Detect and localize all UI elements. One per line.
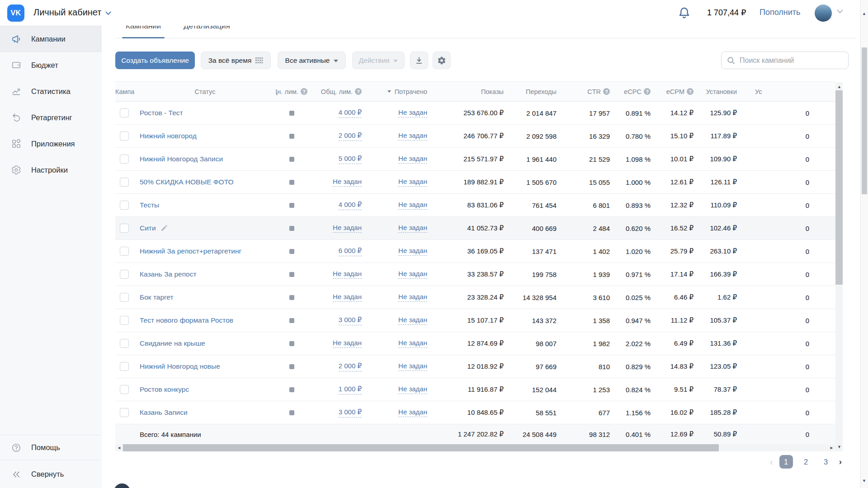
pagination-page-2[interactable]: 2 bbox=[799, 458, 813, 466]
sidebar-item-ретаргетинг[interactable]: Ретаргетинг bbox=[0, 104, 102, 131]
table-row[interactable]: Тесты4 000 ₽Не задан83 831.06 ₽761 4546 … bbox=[115, 194, 835, 217]
row-checkbox[interactable] bbox=[120, 293, 129, 302]
campaign-link[interactable]: Ростов конкурс bbox=[140, 385, 189, 394]
profile-chevron-down-icon[interactable] bbox=[837, 9, 843, 14]
campaign-link[interactable]: Казань Записи bbox=[140, 408, 188, 417]
help-tooltip-icon[interactable]: ? bbox=[687, 88, 693, 95]
total-limit-link[interactable]: Не задан bbox=[398, 362, 427, 371]
total-limit-link[interactable]: Не задан bbox=[398, 201, 427, 210]
vk-logo-icon[interactable]: VK bbox=[7, 5, 24, 22]
table-row[interactable]: Казань Записи3 000 ₽Не задан10 848.65 ₽5… bbox=[115, 401, 835, 424]
row-checkbox[interactable] bbox=[120, 408, 129, 417]
table-row[interactable]: Нижний За репост+ретаргетинг6 000 ₽Не за… bbox=[115, 240, 835, 263]
column-header-installs[interactable]: Установки bbox=[693, 82, 737, 101]
campaign-link[interactable]: Нижний За репост+ретаргетинг bbox=[140, 247, 241, 255]
campaign-link[interactable]: Сити bbox=[140, 224, 156, 232]
day-limit-link[interactable]: 2 000 ₽ bbox=[339, 131, 362, 141]
day-limit-link[interactable]: 4 000 ₽ bbox=[339, 108, 362, 118]
column-header-ecpm[interactable]: eCPM? bbox=[651, 82, 693, 101]
campaign-link[interactable]: Нижний Новгород Записи bbox=[140, 155, 223, 163]
horizontal-scroll-thumb[interactable] bbox=[123, 444, 719, 451]
row-checkbox[interactable] bbox=[120, 178, 129, 187]
pagination-prev[interactable]: ‹ bbox=[770, 457, 773, 467]
table-row[interactable]: Свидание на крышеНе заданНе задан12 874.… bbox=[115, 332, 835, 355]
row-checkbox[interactable] bbox=[120, 270, 129, 279]
export-button[interactable] bbox=[410, 52, 428, 69]
campaign-link[interactable]: Нижний Новгород новые bbox=[140, 362, 220, 371]
vertical-scroll-thumb[interactable] bbox=[835, 90, 843, 285]
table-row[interactable]: СитиНе заданНе задан41 052.73 ₽400 6692 … bbox=[115, 217, 835, 240]
table-vertical-scrollbar[interactable]: ▲ ▼ bbox=[835, 82, 843, 451]
period-filter-button[interactable]: За всё время bbox=[201, 52, 271, 69]
row-checkbox[interactable] bbox=[120, 362, 129, 371]
help-tooltip-icon[interactable]: ? bbox=[603, 88, 610, 95]
total-limit-link[interactable]: Не задан bbox=[398, 339, 427, 348]
table-row[interactable]: Нижний Новгород Записи5 000 ₽Не задан215… bbox=[115, 148, 835, 171]
table-row[interactable]: Нижний Новгород новые2 000 ₽Не задан12 0… bbox=[115, 355, 835, 378]
campaign-link[interactable]: Тесты bbox=[140, 201, 159, 209]
row-checkbox[interactable] bbox=[120, 108, 129, 117]
table-row[interactable]: Казань За репостНе заданНе задан33 238.5… bbox=[115, 263, 835, 286]
day-limit-link[interactable]: Не задан bbox=[333, 224, 362, 233]
avatar[interactable] bbox=[815, 5, 832, 22]
pagination-page-1[interactable]: 1 bbox=[779, 455, 793, 469]
table-row[interactable]: 50% СКИДКА НОВЫЕ ФОТОНе заданНе задан189… bbox=[115, 171, 835, 194]
table-settings-button[interactable] bbox=[433, 52, 451, 69]
day-limit-link[interactable]: 4 000 ₽ bbox=[339, 201, 362, 210]
help-tooltip-icon[interactable]: ? bbox=[355, 88, 362, 95]
campaign-link[interactable]: Казань За репост bbox=[140, 270, 197, 278]
sidebar-item-help[interactable]: Помощь bbox=[0, 435, 102, 460]
total-limit-link[interactable]: Не задан bbox=[398, 385, 427, 394]
cabinet-switcher[interactable]: Личный кабинет bbox=[33, 7, 111, 18]
table-horizontal-scrollbar[interactable]: ◄ ► bbox=[115, 444, 835, 451]
total-limit-link[interactable]: Не задан bbox=[398, 155, 427, 164]
column-header-name[interactable]: Кампания bbox=[115, 82, 134, 101]
actions-dropdown[interactable]: Действия bbox=[352, 52, 405, 69]
day-limit-link[interactable]: Не задан bbox=[333, 293, 362, 302]
scroll-down-icon[interactable]: ▼ bbox=[837, 443, 841, 450]
row-checkbox[interactable] bbox=[120, 385, 129, 394]
page-scroll-thumb[interactable] bbox=[862, 47, 867, 194]
day-limit-link[interactable]: 3 000 ₽ bbox=[339, 408, 362, 418]
status-filter-dropdown[interactable]: Все активные bbox=[278, 52, 346, 69]
help-tooltip-icon[interactable]: ? bbox=[644, 88, 651, 95]
row-checkbox[interactable] bbox=[120, 339, 129, 348]
help-tooltip-icon[interactable]: ? bbox=[301, 88, 307, 95]
sidebar-item-кампании[interactable]: Кампании bbox=[0, 26, 102, 52]
row-checkbox[interactable] bbox=[120, 247, 129, 256]
total-limit-link[interactable]: Не задан bbox=[398, 270, 427, 279]
total-limit-link[interactable]: Не задан bbox=[398, 247, 427, 256]
row-checkbox[interactable] bbox=[120, 155, 129, 164]
edit-pencil-icon[interactable] bbox=[160, 225, 168, 232]
day-limit-link[interactable]: 3 000 ₽ bbox=[339, 316, 362, 325]
sidebar-item-бюджет[interactable]: Бюджет bbox=[0, 52, 102, 78]
chat-widget-button[interactable] bbox=[114, 483, 130, 488]
day-limit-link[interactable]: Не задан bbox=[333, 270, 362, 279]
table-row[interactable]: Тест нового формата Ростов3 000 ₽Не зада… bbox=[115, 309, 835, 332]
page-scrollbar[interactable]: ▲ ▼ bbox=[860, 0, 868, 488]
total-limit-link[interactable]: Не задан bbox=[398, 293, 427, 302]
day-limit-link[interactable]: Не задан bbox=[333, 339, 362, 348]
row-checkbox[interactable] bbox=[120, 316, 129, 325]
sidebar-item-статистика[interactable]: Статистика bbox=[0, 78, 102, 104]
sidebar-item-приложения[interactable]: Приложения bbox=[0, 131, 102, 157]
column-header-ctr[interactable]: CTR? bbox=[557, 82, 610, 101]
day-limit-link[interactable]: 6 000 ₽ bbox=[339, 247, 362, 256]
pagination-next[interactable]: › bbox=[839, 457, 842, 467]
page-scroll-down-icon[interactable]: ▼ bbox=[862, 477, 866, 484]
campaign-link[interactable]: 50% СКИДКА НОВЫЕ ФОТО bbox=[140, 178, 234, 186]
total-limit-link[interactable]: Не задан bbox=[398, 316, 427, 325]
scroll-left-icon[interactable]: ◄ bbox=[117, 444, 121, 451]
page-scroll-up-icon[interactable]: ▲ bbox=[862, 10, 866, 17]
row-checkbox[interactable] bbox=[120, 131, 129, 141]
campaign-link[interactable]: Нижний новгород bbox=[140, 132, 197, 140]
total-limit-link[interactable]: Не задан bbox=[398, 131, 427, 141]
column-header-status[interactable]: Статус bbox=[134, 82, 276, 101]
topup-link[interactable]: Пополнить bbox=[760, 8, 800, 17]
row-checkbox[interactable] bbox=[120, 224, 129, 233]
total-limit-link[interactable]: Не задан bbox=[398, 178, 427, 187]
total-limit-link[interactable]: Не задан bbox=[398, 108, 427, 117]
column-header-ecpc[interactable]: eCPC? bbox=[610, 82, 651, 101]
column-header-clicks[interactable]: Переходы bbox=[504, 82, 557, 101]
create-ad-button[interactable]: Создать объявление bbox=[115, 52, 195, 69]
